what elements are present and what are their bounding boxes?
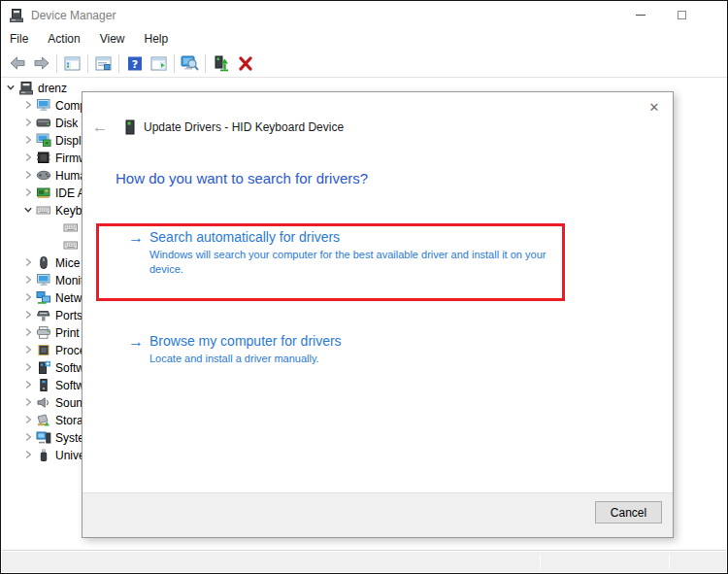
cancel-button[interactable]: Cancel [595, 501, 662, 523]
chevron-right-icon[interactable] [22, 186, 34, 198]
right-arrow-icon: → [128, 333, 149, 366]
chevron-right-icon[interactable] [22, 99, 34, 111]
status-bar-separator [540, 554, 541, 570]
ports-icon [36, 308, 51, 322]
dialog-close-button[interactable]: ✕ [645, 98, 663, 116]
dialog-header: ← Update Drivers - HID Keyboard Device [83, 117, 673, 138]
display-adapter-icon [36, 133, 51, 148]
arrow-left-icon [9, 55, 26, 71]
chevron-right-icon[interactable] [22, 326, 34, 338]
arrow-right-icon [33, 55, 50, 71]
scan-hardware-changes-button[interactable] [178, 51, 202, 76]
dialog-heading: How do you want to search for drivers? [116, 170, 368, 186]
keyboard-icon [63, 238, 79, 253]
system-icon [36, 430, 51, 445]
network-icon [36, 290, 51, 305]
chevron-right-icon[interactable] [22, 396, 34, 408]
computer-icon [18, 81, 34, 95]
forward-button[interactable] [29, 51, 53, 76]
sound-icon [36, 395, 51, 410]
option-description: Windows will search your computer for th… [149, 248, 561, 276]
minimize-button[interactable] [624, 1, 657, 28]
option-browse-computer[interactable]: → Browse my computer for drivers Locate … [128, 333, 561, 366]
maximize-button[interactable] [665, 1, 698, 28]
chevron-right-icon[interactable] [22, 449, 34, 460]
back-arrow-icon: ← [92, 118, 108, 135]
chevron-right-icon[interactable] [22, 152, 34, 163]
action-pane-icon [150, 56, 167, 71]
chevron-right-icon[interactable] [22, 431, 34, 443]
console-tree-icon [64, 56, 81, 71]
menu-help[interactable]: Help [145, 29, 178, 50]
properties-button[interactable] [91, 51, 116, 76]
storage-icon [36, 413, 51, 427]
monitor-icon [36, 273, 51, 287]
software-component-icon [36, 360, 51, 375]
chevron-right-icon[interactable] [22, 344, 34, 355]
status-bar [2, 550, 726, 572]
option-title[interactable]: Search automatically for drivers [149, 229, 340, 245]
chevron-right-icon[interactable] [22, 379, 34, 390]
toolbar: ? [1, 50, 727, 78]
dialog-back-button[interactable]: ← [92, 119, 108, 135]
chevron-down-icon[interactable] [5, 82, 17, 93]
firmware-icon [36, 151, 51, 165]
minimize-icon [636, 15, 645, 16]
menu-action[interactable]: Action [48, 29, 88, 50]
chevron-right-icon[interactable] [22, 169, 34, 181]
status-bar-separator [669, 554, 670, 570]
keyboard-icon [63, 220, 79, 235]
dialog-footer: Cancel [83, 492, 673, 537]
help-icon: ? [127, 56, 143, 71]
chevron-right-icon[interactable] [22, 117, 34, 128]
scan-icon [181, 55, 199, 72]
dialog-title: Update Drivers - HID Keyboard Device [144, 120, 344, 134]
menu-file[interactable]: File [10, 29, 37, 50]
option-title[interactable]: Browse my computer for drivers [149, 333, 342, 349]
chevron-right-icon[interactable] [22, 291, 34, 303]
device-manager-window: Device Manager FileActionViewHelp ? dren… [0, 0, 728, 574]
monitor-icon [36, 98, 51, 113]
toolbar-separator [87, 54, 88, 73]
device-manager-app-icon [9, 8, 24, 23]
svg-text:?: ? [131, 57, 137, 70]
ide-icon [36, 186, 51, 200]
menu-view[interactable]: View [100, 29, 134, 50]
toolbar-separator [118, 54, 119, 73]
tree-item-label: drenz [38, 81, 67, 95]
action-pane-button[interactable] [147, 51, 171, 76]
toolbar-separator [56, 54, 57, 73]
chevron-right-icon[interactable] [22, 309, 34, 321]
disk-icon [36, 116, 51, 130]
software-device-icon [36, 378, 51, 392]
option-description: Locate and install a driver manually. [149, 352, 561, 366]
title-bar: Device Manager [1, 1, 727, 29]
update-driver-button[interactable] [209, 51, 233, 76]
show-console-tree-button[interactable] [60, 51, 84, 76]
chevron-right-icon[interactable] [22, 274, 34, 286]
uninstall-device-button[interactable] [233, 51, 257, 76]
chevron-right-icon[interactable] [22, 361, 34, 373]
help-button[interactable]: ? [122, 51, 147, 76]
toolbar-separator [205, 54, 206, 73]
window-title: Device Manager [31, 9, 116, 22]
properties-icon [95, 56, 112, 71]
printer-icon [36, 325, 51, 340]
keyboard-icon [36, 203, 51, 218]
uninstall-icon [238, 56, 253, 71]
update-drivers-dialog: ✕ ← Update Drivers - HID Keyboard Device… [82, 91, 674, 538]
update-driver-icon [213, 55, 229, 72]
right-arrow-icon: → [128, 229, 149, 276]
chevron-right-icon[interactable] [22, 414, 34, 425]
menu-bar: FileActionViewHelp [2, 29, 726, 50]
option-search-automatically[interactable]: → Search automatically for drivers Windo… [128, 229, 561, 276]
hid-icon [36, 168, 51, 183]
maximize-icon [678, 11, 686, 19]
chevron-right-icon[interactable] [22, 134, 34, 146]
mouse-icon [36, 255, 51, 270]
toolbar-separator [174, 54, 175, 73]
close-icon: ✕ [649, 100, 660, 115]
chevron-right-icon[interactable] [22, 256, 34, 268]
chevron-down-icon[interactable] [22, 204, 34, 216]
back-button[interactable] [5, 51, 29, 76]
